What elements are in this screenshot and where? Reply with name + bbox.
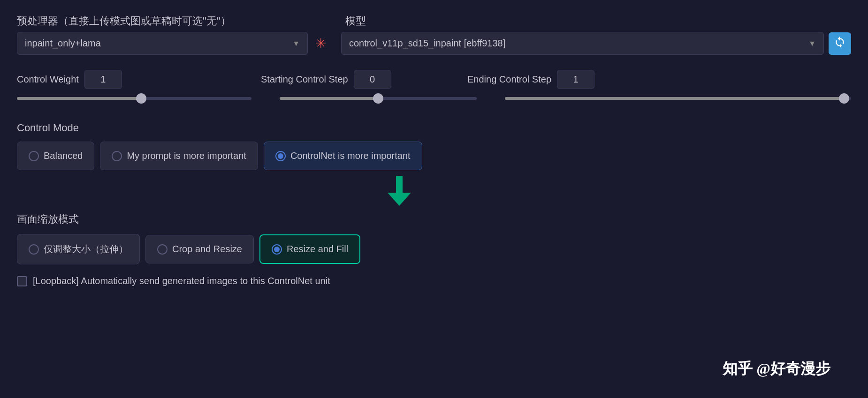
resize-fill-radio[interactable] [272,244,282,255]
model-value: control_v11p_sd15_inpaint [ebff9138] [349,38,505,49]
scale-mode-group: 仅调整大小（拉伸） Crop and Resize Resize and Fil… [17,234,851,264]
controlnet-label: ControlNet is more important [290,150,411,161]
control-weight-slider[interactable] [17,94,251,103]
resize-fill-label: Resize and Fill [287,244,348,255]
stretch-label: 仅调整大小（拉伸） [44,243,128,255]
starting-step-label: Starting Control Step [261,74,348,85]
balanced-radio[interactable] [29,151,39,161]
control-mode-label: Control Mode [17,122,851,134]
watermark: 知乎 @好奇漫步 [723,359,830,379]
loopback-checkbox[interactable] [17,276,27,286]
preprocessor-label: 预处理器（直接上传模式图或草稿时可选"无"） [17,14,345,28]
ending-step-slider[interactable] [505,94,851,103]
refresh-button[interactable] [829,32,851,55]
control-weight-value[interactable]: 1 [84,70,122,89]
preprocessor-arrow: ▼ [292,39,300,48]
controlnet-option[interactable]: ControlNet is more important [264,142,422,170]
control-weight-label: Control Weight [17,74,79,85]
model-select[interactable]: control_v11p_sd15_inpaint [ebff9138] ▼ [341,32,824,55]
preprocessor-value: inpaint_only+lama [25,38,101,49]
svg-rect-0 [396,176,403,194]
stretch-radio[interactable] [29,244,39,255]
controlnet-radio[interactable] [275,151,286,161]
control-mode-group: Balanced My prompt is more important Con… [17,142,851,170]
resize-fill-option[interactable]: Resize and Fill [259,234,360,264]
crop-resize-radio[interactable] [157,244,168,255]
balanced-option[interactable]: Balanced [17,142,94,170]
ending-step-label: Ending Control Step [467,74,551,85]
scale-mode-label: 画面缩放模式 [17,212,851,226]
starting-step-value[interactable]: 0 [354,70,391,89]
my-prompt-radio[interactable] [112,151,122,161]
balanced-label: Balanced [44,150,83,161]
model-label: 模型 [345,14,366,28]
preprocessor-select[interactable]: inpaint_only+lama ▼ [17,32,308,55]
crop-resize-label: Crop and Resize [172,244,242,255]
refresh-icon [834,36,846,51]
ending-step-value[interactable]: 1 [557,70,594,89]
crop-resize-option[interactable]: Crop and Resize [145,235,254,263]
loopback-label: [Loopback] Automatically send generated … [33,276,330,286]
my-prompt-label: My prompt is more important [127,150,246,161]
resize-fill-dot [274,247,280,252]
stretch-option[interactable]: 仅调整大小（拉伸） [17,234,140,264]
controlnet-dot [278,153,283,159]
star-icon: ✳ [315,36,326,51]
my-prompt-option[interactable]: My prompt is more important [100,142,258,170]
model-arrow: ▼ [808,39,816,48]
svg-marker-1 [388,193,411,206]
down-arrow-icon [383,175,416,208]
starting-step-slider[interactable] [280,94,477,103]
loopback-row: [Loopback] Automatically send generated … [17,276,851,286]
